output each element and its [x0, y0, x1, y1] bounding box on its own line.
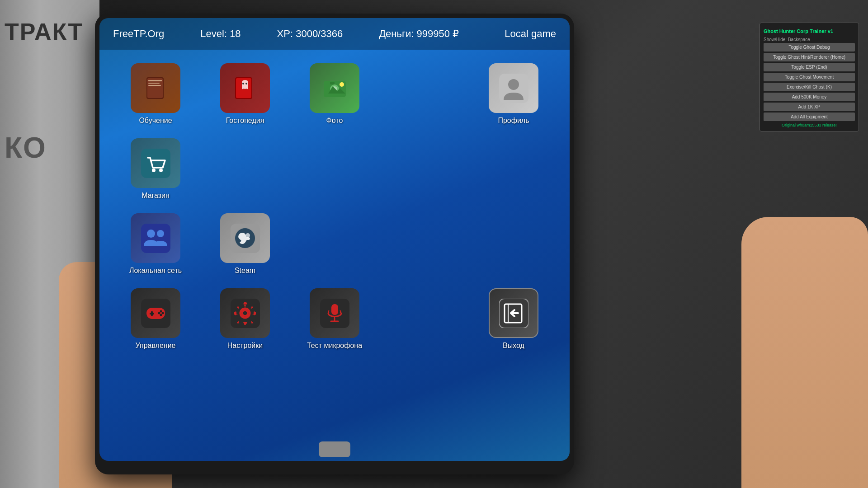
app-label-exit: Выход	[503, 342, 524, 350]
svg-rect-38	[331, 304, 338, 315]
svg-rect-27	[150, 313, 154, 314]
app-empty-4	[382, 134, 467, 204]
app-gostopedia[interactable]: Гостопедия	[203, 59, 288, 129]
app-label-magazin: Магазин	[142, 192, 170, 200]
app-magazin[interactable]: Магазин	[113, 134, 198, 204]
app-icon-obuchenie	[131, 63, 180, 113]
app-settings[interactable]: Настройки	[203, 284, 288, 354]
svg-rect-4	[148, 85, 161, 86]
svg-point-29	[160, 314, 162, 316]
svg-point-24	[245, 233, 250, 238]
home-button[interactable]	[319, 441, 350, 457]
svg-point-28	[160, 310, 162, 312]
app-label-settings: Настройки	[227, 342, 263, 350]
trainer-link[interactable]: Original wh0am15533 release!	[764, 123, 855, 127]
app-label-foto: Фото	[326, 117, 343, 125]
svg-point-22	[157, 230, 164, 237]
svg-point-30	[158, 312, 160, 314]
svg-point-14	[340, 82, 344, 87]
app-control[interactable]: Управление	[113, 284, 198, 354]
tablet-screen: FreeTP.Org Level: 18 XP: 3000/3366 Деньг…	[99, 18, 570, 461]
level-label: Level: 18	[200, 28, 241, 40]
app-empty-1	[382, 59, 467, 129]
svg-rect-12	[330, 82, 335, 84]
app-icon-gostopedia	[220, 63, 270, 113]
app-icon-exit	[489, 288, 538, 338]
wall-text-top: ТРАКТ	[5, 18, 83, 45]
app-profil[interactable]: Профиль	[471, 59, 556, 129]
app-empty-5	[471, 134, 556, 204]
app-icon-foto	[310, 63, 359, 113]
app-micro[interactable]: Тест микрофона	[292, 284, 377, 354]
money-label: Деньги: 999950 ₽	[379, 28, 459, 40]
header-bar: FreeTP.Org Level: 18 XP: 3000/3366 Деньг…	[99, 18, 570, 50]
app-steam[interactable]: Steam	[203, 209, 288, 279]
svg-rect-17	[141, 149, 170, 178]
wall-text-bottom: КО	[5, 131, 47, 164]
svg-point-31	[161, 312, 164, 314]
svg-point-16	[508, 79, 519, 90]
site-label: FreeTP.Org	[113, 28, 164, 40]
svg-point-36	[243, 311, 247, 315]
app-empty-8	[471, 209, 556, 279]
app-label-obuchenie: Обучение	[139, 117, 172, 125]
svg-rect-20	[141, 224, 170, 253]
svg-rect-2	[148, 80, 162, 81]
trainer-title: Ghost Hunter Corp Trainer v1	[764, 28, 833, 34]
app-label-local: Локальная сеть	[129, 267, 182, 275]
trainer-btn-ghost-move[interactable]: Toggle Ghost Movement	[764, 73, 855, 81]
trainer-btn-ghost-debug[interactable]: Toggle Ghost Debug	[764, 43, 855, 52]
app-icon-profil	[489, 63, 538, 113]
svg-point-19	[159, 169, 163, 172]
app-icon-magazin	[131, 138, 180, 188]
svg-point-21	[147, 230, 155, 238]
trainer-btn-ghost-hint[interactable]: Toggle Ghost Hint/Renderer (Home)	[764, 53, 855, 61]
hand-right	[741, 217, 868, 488]
app-empty-3	[292, 134, 377, 204]
app-icon-settings	[220, 288, 270, 338]
trainer-btn-add-xp[interactable]: Add 1K XP	[764, 103, 855, 111]
app-empty-6	[292, 209, 377, 279]
svg-point-7	[242, 83, 244, 84]
app-obuchenie[interactable]: Обучение	[113, 59, 198, 129]
app-icon-control	[131, 288, 180, 338]
trainer-btn-exorcise[interactable]: Exorcise/Kill Ghost (K)	[764, 83, 855, 91]
app-icon-local	[131, 213, 180, 263]
tablet: FreeTP.Org Level: 18 XP: 3000/3366 Деньг…	[95, 14, 574, 474]
app-exit[interactable]: Выход	[471, 284, 556, 354]
app-label-control: Управление	[136, 342, 176, 350]
trainer-btn-esp[interactable]: Toggle ESP (End)	[764, 63, 855, 71]
trainer-subtitle: Show/Hide: Backspace	[764, 37, 810, 42]
app-icon-micro	[310, 288, 359, 338]
svg-point-18	[152, 169, 156, 172]
trainer-btn-add-equipment[interactable]: Add All Equipment	[764, 113, 855, 121]
app-label-profil: Профиль	[498, 117, 529, 125]
app-label-gostopedia: Гостопедия	[226, 117, 264, 125]
trainer-panel: Ghost Hunter Corp Trainer v1 Show/Hide: …	[760, 23, 859, 131]
svg-point-8	[245, 83, 247, 84]
app-empty-9	[382, 284, 467, 354]
app-foto[interactable]: Фото	[292, 59, 377, 129]
svg-rect-3	[148, 83, 160, 84]
app-empty-7	[382, 209, 467, 279]
game-mode-label: Local game	[505, 28, 556, 40]
app-local[interactable]: Локальная сеть	[113, 209, 198, 279]
app-grid: Обучение Гостопедия	[99, 50, 570, 363]
trainer-btn-add-money[interactable]: Add 500K Money	[764, 93, 855, 101]
app-label-micro: Тест микрофона	[307, 342, 362, 350]
app-icon-steam	[220, 213, 270, 263]
app-label-steam: Steam	[235, 267, 255, 275]
xp-label: XP: 3000/3366	[277, 28, 343, 40]
app-empty-2	[203, 134, 288, 204]
